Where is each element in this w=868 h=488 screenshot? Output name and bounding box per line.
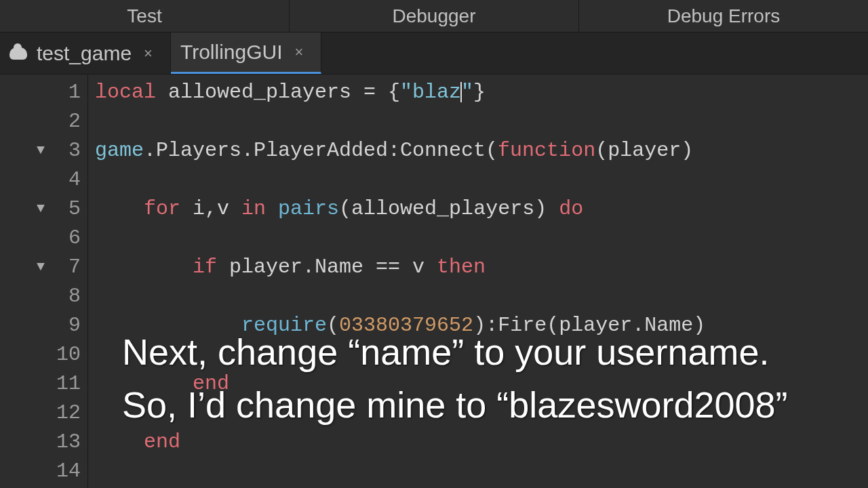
- menu-tabs: Test Debugger Debug Errors: [0, 0, 868, 33]
- code-line: game.Players.PlayerAdded:Connect(functio…: [95, 136, 868, 165]
- file-tab-trollinggui[interactable]: TrollingGUI ×: [171, 33, 321, 74]
- tab-debugger[interactable]: Debugger: [290, 0, 579, 32]
- line-number: 6: [56, 226, 81, 249]
- line-number: 10: [56, 343, 81, 366]
- line-number: 3: [56, 139, 81, 162]
- close-icon[interactable]: ×: [141, 45, 155, 62]
- code-line: [95, 223, 868, 252]
- tab-debug-errors[interactable]: Debug Errors: [579, 0, 868, 32]
- code-line: [95, 106, 868, 136]
- line-gutter: 1 2 ▼3 4 ▼5 6 ▼7 8 9 10 11 12 13 14: [0, 75, 88, 488]
- code-line: [95, 456, 868, 485]
- code-line: for i,v in pairs(allowed_players) do: [95, 194, 868, 223]
- line-number: 9: [56, 314, 81, 337]
- line-number: 2: [56, 110, 81, 133]
- file-tab-label: test_game: [37, 42, 132, 65]
- code-line: [95, 165, 868, 194]
- fold-icon[interactable]: ▼: [33, 259, 48, 274]
- file-tab-label: TrollingGUI: [180, 41, 283, 64]
- file-tabs: test_game × TrollingGUI ×: [0, 33, 868, 75]
- line-number: 5: [56, 197, 81, 220]
- line-number: 8: [56, 285, 81, 308]
- fold-icon[interactable]: ▼: [33, 142, 48, 158]
- fold-icon[interactable]: ▼: [33, 201, 48, 216]
- line-number: 14: [56, 460, 81, 483]
- line-number: 1: [56, 81, 81, 104]
- caption-overlay: Next, change “name” to your username. So…: [122, 325, 800, 432]
- line-number: 12: [56, 401, 81, 424]
- code-line: [95, 281, 868, 310]
- code-line: if player.Name == v then: [95, 252, 868, 281]
- code-line: local allowed_players = {"blaz"}: [95, 77, 868, 106]
- line-number: 13: [56, 430, 81, 453]
- tab-test[interactable]: Test: [0, 0, 290, 32]
- close-icon[interactable]: ×: [292, 43, 307, 61]
- line-number: 4: [56, 168, 81, 191]
- file-tab-test-game[interactable]: test_game ×: [0, 33, 171, 74]
- cloud-icon: [9, 47, 27, 60]
- line-number: 7: [56, 256, 81, 279]
- line-number: 11: [56, 372, 81, 395]
